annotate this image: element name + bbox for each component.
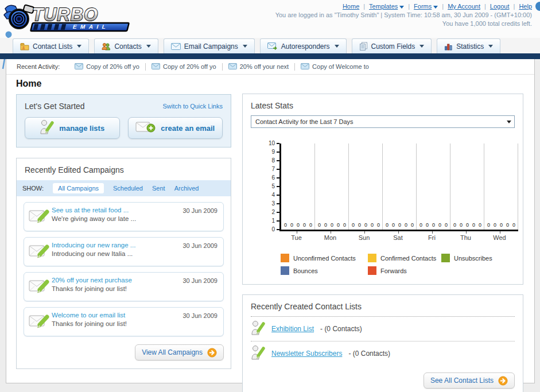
data-value-label: 0 bbox=[370, 222, 375, 228]
contact-list-name-link[interactable]: Exhibition List bbox=[271, 325, 314, 333]
campaign-texts: Welcome to our email listThanks for join… bbox=[52, 312, 182, 327]
header-link-forms[interactable]: Forms bbox=[414, 3, 438, 10]
envelope-icon bbox=[301, 63, 309, 71]
data-value-label: 0 bbox=[363, 222, 368, 228]
see-all-contact-lists-button[interactable]: See All Contact Lists bbox=[424, 372, 515, 389]
header-link-logout[interactable]: Logout bbox=[490, 3, 510, 10]
campaign-title-link[interactable]: Introducing our new range ... bbox=[52, 242, 182, 249]
chart-legend: Unconfirmed ContactsConfirmed ContactsUn… bbox=[281, 254, 515, 275]
help-bubble-icon[interactable] bbox=[535, 2, 540, 11]
x-axis-tick bbox=[331, 231, 331, 234]
envelope-pencil-icon bbox=[29, 277, 52, 297]
header-link-home[interactable]: Home bbox=[343, 3, 359, 10]
envelope-icon bbox=[151, 63, 160, 71]
nav-tab-statistics[interactable]: Statistics bbox=[437, 38, 500, 53]
campaign-title-link[interactable]: 20% off your next purchase bbox=[52, 277, 182, 284]
contact-list-name-link[interactable]: Newsletter Subscribers bbox=[271, 350, 342, 358]
unsubscribes-swatch bbox=[441, 254, 450, 262]
envelope-plus-icon bbox=[135, 121, 156, 136]
recent-activity-item-label: Copy of 20% off yo bbox=[86, 63, 139, 70]
campaign-list-item: See us at the retail food ...We're givin… bbox=[24, 202, 224, 231]
envelope-icon bbox=[75, 63, 83, 71]
header-link-my-account[interactable]: My Account bbox=[448, 3, 480, 10]
campaigns-filter-all-campaigns[interactable]: All Campaigns bbox=[53, 183, 104, 193]
get-started-title: Let's Get Started bbox=[25, 102, 85, 111]
header-links: Home|Templates|Forms|My Account|Logout|H… bbox=[275, 3, 532, 10]
stats-filter-select[interactable]: Contact Activity for the Last 7 Days bbox=[251, 115, 515, 128]
page: TURBO EMAIL Home|Templates|Forms|My Acco… bbox=[0, 0, 540, 392]
see-all-contact-lists-label: See All Contact Lists bbox=[430, 377, 494, 385]
chart-gridline bbox=[382, 143, 383, 230]
y-axis-tick-label: 7 bbox=[262, 166, 275, 172]
orange-arrow-icon bbox=[207, 348, 217, 358]
nav-tab-contact-lists[interactable]: Contact Lists bbox=[13, 38, 89, 53]
nav-tab-autoresponders[interactable]: Autoresponders bbox=[260, 38, 347, 53]
turbo-email-logo: TURBO EMAIL bbox=[3, 2, 138, 36]
chevron-down-icon bbox=[419, 45, 424, 48]
recent-activity-item[interactable]: 20% off your next bbox=[222, 63, 294, 71]
chevron-down-icon bbox=[146, 45, 151, 48]
campaigns-filter-scheduled[interactable]: Scheduled bbox=[113, 185, 143, 192]
view-all-campaigns-button[interactable]: View All Campaigns bbox=[135, 344, 224, 360]
data-value-label: 0 bbox=[397, 222, 402, 228]
data-value-label: 0 bbox=[302, 222, 307, 228]
nav-tab-label: Email Campaigns bbox=[184, 42, 238, 51]
campaign-list-item: 20% off your next purchaseThanks for joi… bbox=[24, 272, 224, 301]
switch-to-quick-links-link[interactable]: Switch to Quick Links bbox=[162, 103, 223, 110]
nav-tab-label: Autoresponders bbox=[281, 42, 330, 51]
y-axis-tick-label: 4 bbox=[262, 192, 275, 198]
campaign-subtitle: Thanks for joining our list! bbox=[52, 320, 182, 327]
recently-created-contact-lists-panel: Recently Created Contact Lists Exhibitio… bbox=[242, 294, 523, 392]
legend-label: Bounces bbox=[293, 267, 318, 274]
campaigns-filter-sent[interactable]: Sent bbox=[152, 185, 165, 192]
campaign-date: 30 Jun 2009 bbox=[182, 242, 217, 249]
header-link-help[interactable]: Help bbox=[519, 3, 532, 10]
campaign-subtitle: Introducing our new Italia ... bbox=[52, 250, 182, 257]
person-pencil-icon bbox=[251, 345, 265, 362]
data-value-label: 0 bbox=[465, 222, 470, 228]
contact-lists-items: Exhibition List- (0 Contacts)Newsletter … bbox=[251, 317, 515, 366]
create-an-email-button[interactable]: create an email bbox=[128, 117, 223, 139]
data-value-label: 0 bbox=[418, 222, 424, 228]
header-link-separator: | bbox=[514, 3, 515, 10]
chart-gridline bbox=[450, 143, 450, 230]
data-value-label: 0 bbox=[410, 222, 415, 228]
recent-activity-heading: Recent Activity: bbox=[17, 63, 60, 70]
nav-tab-custom-fields[interactable]: Custom Fields bbox=[352, 38, 432, 53]
svg-text:TURBO: TURBO bbox=[32, 5, 98, 25]
campaign-texts: See us at the retail food ...We're givin… bbox=[52, 207, 182, 222]
campaigns-filter-archived[interactable]: Archived bbox=[174, 185, 199, 192]
chart-plot-area: 00000000000000000000000000000000000 bbox=[279, 143, 518, 231]
contact-list-detail: - (0 Contacts) bbox=[320, 325, 362, 333]
recent-activity-item[interactable]: Copy of 20% off yo bbox=[69, 63, 145, 71]
campaign-title-link[interactable]: Welcome to our email list bbox=[52, 312, 182, 319]
campaign-title-link[interactable]: See us at the retail food ... bbox=[52, 207, 182, 214]
x-axis-category-label: Tue bbox=[279, 234, 313, 241]
svg-text:EMAIL: EMAIL bbox=[72, 24, 110, 30]
recent-activity-item[interactable]: Copy of Welcome to bbox=[294, 63, 375, 71]
header-link-templates[interactable]: Templates bbox=[369, 3, 404, 10]
campaign-date: 30 Jun 2009 bbox=[182, 312, 217, 319]
nav-tab-label: Custom Fields bbox=[371, 42, 415, 51]
data-value-label: 0 bbox=[499, 222, 504, 228]
nav-tab-email-campaigns[interactable]: Email Campaigns bbox=[164, 38, 255, 53]
view-all-campaigns-label: View All Campaigns bbox=[142, 348, 203, 356]
chevron-down-icon bbox=[77, 45, 81, 48]
activity-chart: 0000000000000000000000000000000000001234… bbox=[262, 143, 522, 244]
y-axis-tick bbox=[277, 186, 279, 187]
campaign-list-item: Introducing our new range ...Introducing… bbox=[24, 237, 224, 266]
x-axis-tick bbox=[432, 231, 433, 234]
data-value-label: 0 bbox=[308, 222, 313, 228]
recent-activity-bar: Recent Activity: Copy of 20% off yoCopy … bbox=[6, 59, 534, 75]
envelope-pencil-icon bbox=[29, 242, 52, 262]
manage-lists-button[interactable]: manage lists bbox=[25, 117, 120, 139]
legend-item-confirmed-contacts: Confirmed Contacts bbox=[368, 254, 441, 262]
recent-activity-item[interactable]: Copy of 20% off yo bbox=[145, 63, 222, 71]
data-value-label: 0 bbox=[492, 222, 498, 228]
nav-tab-contacts[interactable]: Contacts bbox=[94, 38, 158, 53]
chart-gridline bbox=[348, 143, 349, 230]
email-envelope-icon bbox=[171, 43, 181, 50]
recent-activity-item-label: Copy of Welcome to bbox=[312, 63, 369, 70]
data-value-label: 0 bbox=[459, 222, 464, 228]
campaign-texts: 20% off your next purchaseThanks for joi… bbox=[52, 277, 182, 292]
